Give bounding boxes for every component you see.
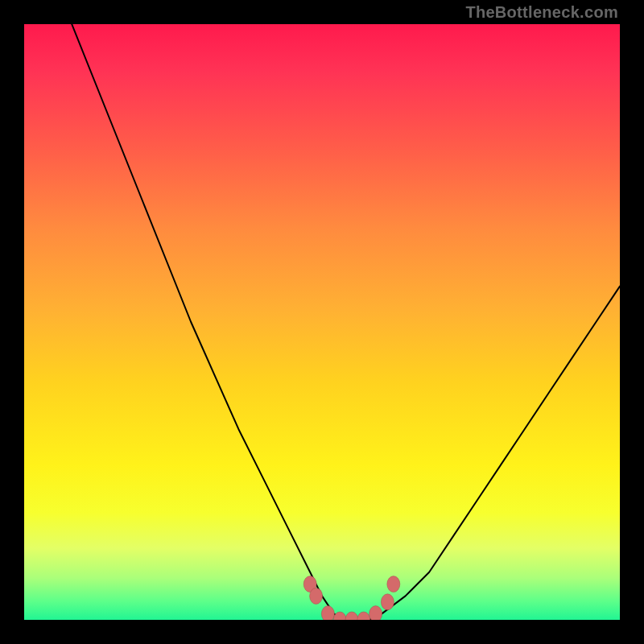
trough-marker xyxy=(387,576,400,592)
watermark-text: TheBottleneck.com xyxy=(465,3,618,22)
curve-svg xyxy=(24,24,620,620)
bottleneck-curve xyxy=(72,24,620,620)
markers-group xyxy=(303,576,400,620)
plot-area xyxy=(24,24,620,620)
trough-marker xyxy=(381,594,394,610)
trough-marker xyxy=(310,588,323,604)
chart-frame: TheBottleneck.com xyxy=(0,0,644,644)
trough-marker xyxy=(321,606,334,620)
trough-marker xyxy=(357,612,370,620)
trough-marker xyxy=(345,612,358,620)
trough-marker xyxy=(369,606,382,620)
trough-marker xyxy=(333,612,346,620)
